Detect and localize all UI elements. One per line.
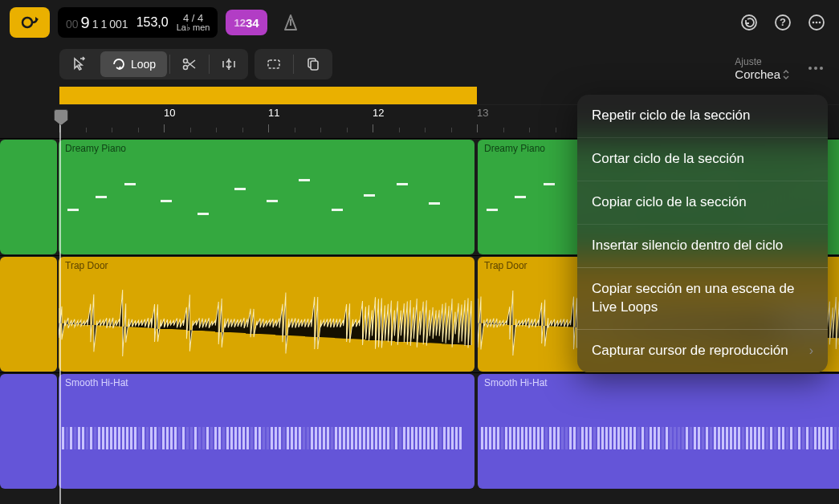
context-menu: Repetir ciclo de la secciónCortar ciclo … (577, 95, 828, 372)
svg-point-5 (816, 22, 818, 24)
menu-item[interactable]: Insertar silencio dentro del ciclo (577, 225, 828, 268)
lcd-display[interactable]: 00 9 1 1 001 153,0 4 / 4 La♭ men (58, 7, 218, 38)
region[interactable]: Smooth Hi-Hat (478, 374, 839, 489)
cycle-icon (19, 15, 40, 30)
help-button[interactable]: ? (770, 10, 796, 35)
ellipsis-icon (808, 14, 825, 31)
menu-item[interactable]: Cortar ciclo de la sección (577, 138, 828, 181)
menu-item[interactable]: Copiar sección en una escena de Live Loo… (577, 268, 828, 330)
svg-rect-11 (311, 61, 318, 70)
lcd-div: 1 (101, 18, 108, 30)
metronome-button[interactable] (275, 10, 306, 35)
region[interactable] (0, 140, 57, 254)
snap-value: Corchea (735, 67, 780, 81)
svg-point-4 (813, 22, 815, 24)
lcd-bars: 9 (81, 14, 90, 32)
menu-item-label: Repetir ciclo de la sección (592, 107, 750, 125)
scissors-tool[interactable] (170, 49, 209, 79)
pointer-icon (71, 56, 87, 72)
more-button[interactable] (804, 10, 829, 35)
svg-point-12 (808, 67, 812, 70)
count-in-button[interactable]: 1234 (226, 10, 267, 35)
menu-item-label: Copiar sección en una escena de Live Loo… (592, 280, 813, 317)
loop-icon (112, 57, 126, 71)
unfold-icon (783, 70, 789, 79)
marquee-icon (266, 56, 282, 72)
pointer-tool[interactable] (59, 49, 98, 79)
menu-item[interactable]: Copiar ciclo de la sección (577, 181, 828, 225)
region-title: Smooth Hi-Hat (484, 377, 548, 388)
svg-text:?: ? (780, 16, 786, 28)
region[interactable] (0, 374, 57, 489)
region[interactable]: Smooth Hi-Hat (59, 374, 474, 489)
region-title: Dreamy Piano (65, 143, 126, 154)
loop-label: Loop (131, 58, 156, 71)
region-title: Dreamy Piano (484, 143, 545, 154)
svg-point-6 (819, 22, 821, 24)
ruler-bar-number: 13 (477, 107, 488, 119)
region-title: Trap Door (484, 260, 527, 271)
lcd-ticks: 001 (109, 18, 128, 30)
region-title: Trap Door (65, 260, 108, 271)
ruler-bar-number: 12 (373, 107, 384, 119)
svg-point-13 (814, 67, 817, 70)
toolbar-more-button[interactable] (807, 66, 825, 71)
help-icon: ? (774, 14, 792, 31)
svg-point-14 (820, 67, 823, 70)
region-title: Smooth Hi-Hat (65, 377, 128, 388)
lcd-beats: 1 (92, 18, 99, 30)
region[interactable]: Dreamy Piano (59, 140, 474, 254)
ruler-bar-number: 11 (268, 107, 279, 119)
undo-button[interactable] (736, 10, 762, 35)
loop-tool[interactable]: Loop (100, 51, 167, 77)
metronome-icon (282, 14, 299, 31)
region[interactable] (0, 257, 57, 372)
menu-item-label: Copiar ciclo de la sección (592, 193, 747, 212)
region[interactable]: Trap Door (59, 257, 474, 372)
track[interactable]: Smooth Hi-HatSmooth Hi-Hat (0, 372, 839, 490)
scissors-icon (181, 56, 198, 72)
cycle-range[interactable] (59, 87, 477, 104)
lcd-key: La♭ men (177, 23, 210, 32)
snap-control[interactable]: Ajuste Corchea (735, 56, 789, 81)
cycle-button[interactable] (10, 7, 50, 38)
split-icon (221, 56, 237, 72)
svg-rect-9 (268, 60, 279, 68)
copy-tool[interactable] (294, 49, 332, 79)
lcd-tempo: 153,0 (136, 15, 169, 30)
split-tool[interactable] (210, 49, 248, 79)
ellipsis-icon (807, 66, 825, 71)
playhead[interactable] (59, 109, 61, 504)
chevron-right-icon: › (809, 342, 813, 360)
menu-item[interactable]: Capturar cursor de reproducción› (577, 330, 828, 372)
ruler-bar-number: 10 (164, 107, 175, 119)
menu-item[interactable]: Repetir ciclo de la sección (577, 95, 828, 138)
menu-item-label: Cortar ciclo de la sección (592, 150, 744, 169)
undo-icon (740, 14, 758, 31)
marquee-tool[interactable] (255, 49, 293, 79)
copy-icon (305, 56, 321, 72)
menu-item-label: Capturar cursor de reproducción (592, 342, 788, 360)
menu-item-label: Insertar silencio dentro del ciclo (592, 237, 783, 255)
snap-label: Ajuste (735, 56, 789, 67)
